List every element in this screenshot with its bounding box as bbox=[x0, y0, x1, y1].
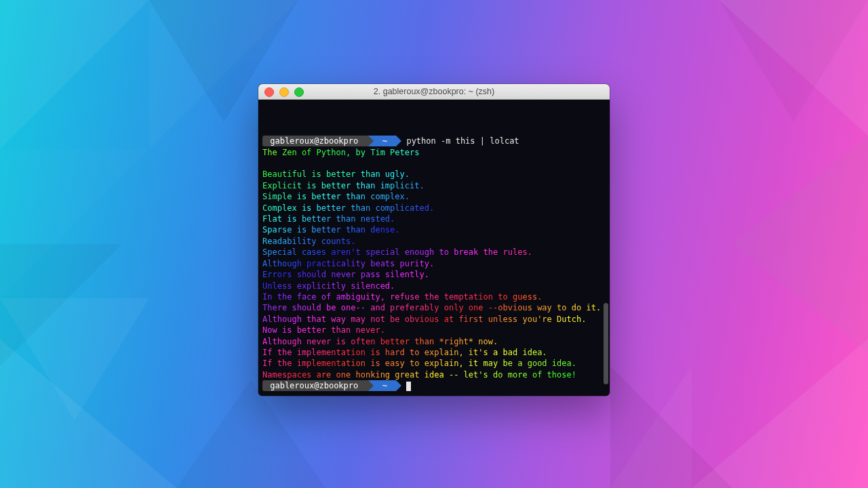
prompt-cwd: ~ bbox=[374, 380, 397, 391]
terminal-output-line: Unless explicitly silenced. bbox=[262, 281, 606, 291]
zoom-icon[interactable] bbox=[294, 87, 304, 97]
command-line: gableroux@zbookpro ~ python -m this | lo… bbox=[262, 136, 606, 146]
terminal-output-line bbox=[262, 158, 606, 169]
terminal-output-line: Beautiful is better than ugly. bbox=[262, 169, 606, 180]
terminal-output-line: If the implementation is easy to explain… bbox=[262, 358, 606, 369]
terminal-output-line: If the implementation is hard to explain… bbox=[262, 347, 606, 358]
terminal-body[interactable]: gableroux@zbookpro ~ python -m this | lo… bbox=[258, 100, 610, 396]
terminal-output-line: Namespaces are one honking great idea --… bbox=[262, 369, 606, 380]
prompt-user-host: gableroux@zbookpro bbox=[262, 136, 368, 146]
terminal-output-line: Simple is better than complex. bbox=[262, 191, 606, 202]
svg-marker-13 bbox=[176, 380, 326, 488]
window-title: 2. gableroux@zbookpro: ~ (zsh) bbox=[258, 84, 610, 99]
terminal-output-line: Although never is often better than *rig… bbox=[262, 336, 606, 347]
svg-marker-0 bbox=[0, 0, 149, 149]
terminal-output-line: Sparse is better than dense. bbox=[262, 224, 606, 235]
minimize-icon[interactable] bbox=[279, 87, 289, 97]
chevron-right-icon bbox=[368, 380, 374, 391]
terminal-output-line: Errors should never pass silently. bbox=[262, 269, 606, 280]
window-titlebar[interactable]: 2. gableroux@zbookpro: ~ (zsh) bbox=[258, 84, 610, 100]
scrollbar-thumb[interactable] bbox=[604, 303, 608, 384]
svg-marker-14 bbox=[732, 136, 868, 352]
terminal-output-line: Although that way may not be obvious at … bbox=[262, 314, 606, 325]
window-controls bbox=[264, 87, 304, 97]
terminal-output-line: There should be one-- and preferably onl… bbox=[262, 302, 606, 313]
shell-prompt: gableroux@zbookpro ~ bbox=[262, 136, 401, 146]
terminal-output-line: Complex is better than complicated. bbox=[262, 203, 606, 214]
terminal-output-line: Explicit is better than implicit. bbox=[262, 180, 606, 191]
terminal-output-line: Special cases aren't special enough to b… bbox=[262, 247, 606, 258]
terminal-output-line: Flat is better than nested. bbox=[262, 214, 606, 224]
terminal-output-line: The Zen of Python, by Tim Peters bbox=[262, 147, 606, 158]
svg-marker-7 bbox=[692, 339, 868, 488]
terminal-output-line: In the face of ambiguity, refuse the tem… bbox=[262, 291, 606, 302]
command-text: python -m this | lolcat bbox=[406, 136, 519, 146]
prompt-user-host: gableroux@zbookpro bbox=[262, 380, 368, 391]
command-line: gableroux@zbookpro ~ bbox=[262, 380, 606, 391]
svg-marker-12 bbox=[610, 366, 732, 488]
terminal-output-line: Now is better than never. bbox=[262, 325, 606, 336]
terminal-output-line: Although practicality beats purity. bbox=[262, 258, 606, 269]
terminal-output-line: Readability counts. bbox=[262, 236, 606, 247]
prompt-cwd: ~ bbox=[374, 136, 397, 146]
shell-prompt: gableroux@zbookpro ~ bbox=[262, 381, 401, 390]
chevron-right-icon bbox=[368, 136, 374, 146]
terminal-window: 2. gableroux@zbookpro: ~ (zsh) gableroux… bbox=[258, 84, 610, 396]
chevron-right-icon bbox=[396, 136, 401, 146]
close-icon[interactable] bbox=[264, 87, 274, 97]
cursor-icon bbox=[406, 382, 411, 391]
chevron-right-icon bbox=[396, 380, 401, 391]
